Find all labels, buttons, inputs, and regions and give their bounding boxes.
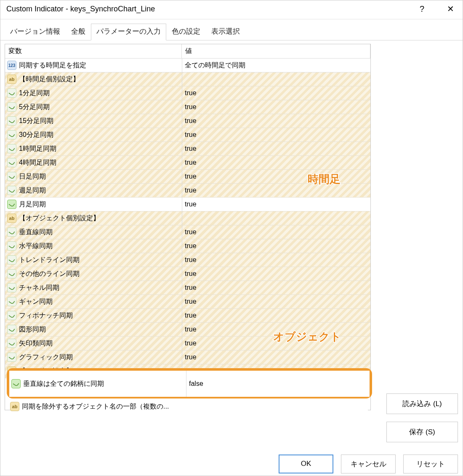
param-value[interactable]: true xyxy=(182,340,370,347)
table-row[interactable]: ギャン同期true xyxy=(5,295,370,309)
dialog-window: Custom Indicator - keys_SynchroChart_Lin… xyxy=(0,0,463,476)
grid-body[interactable]: 123同期する時間足を指定全ての時間足で同期ab【時間足個別設定】1分足同期tr… xyxy=(5,59,370,410)
table-row[interactable]: ab【時間足個別設定】 xyxy=(5,72,370,86)
param-label: フィボナッチ同期 xyxy=(19,311,73,320)
table-row[interactable]: 123同期する時間足を指定全ての時間足で同期 xyxy=(5,59,370,72)
side-buttons: 読み込み (L) 保存 (S) xyxy=(386,393,458,442)
table-row[interactable]: 15分足同期true xyxy=(5,114,370,128)
ok-button[interactable]: OK xyxy=(279,455,333,473)
tab-strip: バージョン情報 全般 パラメーターの入力 色の設定 表示選択 xyxy=(0,19,463,40)
param-value[interactable]: true xyxy=(182,89,370,97)
table-row[interactable]: 矢印類同期true xyxy=(5,337,370,350)
footer-buttons: OK キャンセル リセット xyxy=(279,455,458,473)
bool-icon xyxy=(7,158,16,167)
param-value[interactable]: false xyxy=(186,380,370,388)
param-label: 水平線同期 xyxy=(19,242,53,251)
table-row[interactable]: 日足同期true xyxy=(5,170,370,184)
param-label: 30分足同期 xyxy=(19,131,53,139)
table-row[interactable]: 4時間足同期true xyxy=(5,156,370,170)
param-value[interactable]: true xyxy=(182,326,370,333)
string-icon: ab xyxy=(10,402,19,411)
param-value[interactable]: true xyxy=(182,145,370,152)
table-row[interactable]: チャネル同期true xyxy=(5,281,370,295)
param-value[interactable]: 全ての時間足で同期 xyxy=(182,61,370,70)
param-label: 日足同期 xyxy=(19,172,46,181)
window-controls: ? ✕ xyxy=(416,3,458,15)
bool-icon xyxy=(7,241,16,251)
titlebar: Custom Indicator - keys_SynchroChart_Lin… xyxy=(0,0,463,19)
table-row[interactable]: 月足同期true xyxy=(5,198,370,211)
table-row[interactable]: 図形同期true xyxy=(5,323,370,337)
param-value[interactable]: true xyxy=(182,228,370,236)
bool-icon xyxy=(7,186,16,195)
bool-icon xyxy=(7,269,16,278)
table-row[interactable]: 1時間足同期true xyxy=(5,142,370,156)
param-value[interactable]: true xyxy=(182,159,370,166)
tab-version[interactable]: バージョン情報 xyxy=(5,24,66,40)
param-value[interactable]: true xyxy=(182,201,370,208)
table-row[interactable]: 5分足同期true xyxy=(5,100,370,114)
param-value[interactable]: true xyxy=(182,298,370,305)
param-label: 4時間足同期 xyxy=(19,158,56,167)
save-button[interactable]: 保存 (S) xyxy=(386,422,458,442)
bool-icon xyxy=(7,283,16,292)
param-label: 週足同期 xyxy=(19,186,46,195)
table-row[interactable]: グラフィック同期true xyxy=(5,350,370,364)
table-row[interactable]: 1分足同期true xyxy=(5,86,370,100)
tab-general[interactable]: 全般 xyxy=(66,24,91,40)
table-row[interactable]: ab【オブジェクト個別設定】 xyxy=(5,211,370,225)
param-value[interactable]: true xyxy=(182,270,370,278)
param-label: その他のライン同期 xyxy=(19,270,80,278)
param-label: 【時間足個別設定】 xyxy=(19,75,80,84)
table-row[interactable]: 垂直線同期true xyxy=(5,225,370,239)
bool-icon xyxy=(7,88,16,98)
window-title: Custom Indicator - keys_SynchroChart_Lin… xyxy=(6,5,155,13)
reset-button[interactable]: リセット xyxy=(403,455,458,473)
bool-icon xyxy=(7,172,16,181)
bool-icon xyxy=(7,116,16,126)
param-label: 垂直線同期 xyxy=(19,228,53,237)
cancel-button[interactable]: キャンセル xyxy=(341,455,396,473)
table-row[interactable]: 水平線同期true xyxy=(5,239,370,253)
string-icon: ab xyxy=(7,214,16,223)
bool-icon xyxy=(7,297,16,306)
param-label: グラフィック同期 xyxy=(19,353,73,362)
param-label: 同期する時間足を指定 xyxy=(19,61,86,70)
tab-inputs[interactable]: パラメーターの入力 xyxy=(91,24,166,40)
bool-icon xyxy=(7,227,16,237)
truncated-row[interactable]: ab 同期を除外するオブジェクト名の一部（複数の... xyxy=(10,400,368,413)
param-value[interactable]: true xyxy=(182,187,370,194)
tab-display[interactable]: 表示選択 xyxy=(206,24,245,40)
bool-icon xyxy=(7,130,16,139)
param-value[interactable]: true xyxy=(182,256,370,264)
grid-header: 変数 値 xyxy=(5,44,370,59)
param-value[interactable]: true xyxy=(182,284,370,291)
header-value[interactable]: 値 xyxy=(182,44,370,58)
load-button[interactable]: 読み込み (L) xyxy=(386,393,458,414)
bool-icon xyxy=(7,102,16,112)
param-value[interactable]: true xyxy=(182,242,370,250)
param-value[interactable]: true xyxy=(182,173,370,180)
param-value[interactable]: true xyxy=(182,353,370,361)
param-value[interactable]: true xyxy=(182,117,370,125)
bool-icon xyxy=(7,311,16,320)
table-row[interactable]: 週足同期true xyxy=(5,184,370,198)
param-value[interactable]: true xyxy=(182,103,370,111)
table-row[interactable]: その他のライン同期true xyxy=(5,267,370,281)
header-variable[interactable]: 変数 xyxy=(5,44,182,58)
highlighted-row[interactable]: 垂直線は全ての銘柄に同期 false xyxy=(9,371,370,397)
param-value[interactable]: true xyxy=(182,131,370,139)
table-row[interactable]: フィボナッチ同期true xyxy=(5,309,370,323)
table-row[interactable]: トレンドライン同期true xyxy=(5,253,370,267)
param-label: 1分足同期 xyxy=(19,89,50,98)
param-label: 同期を除外するオブジェクト名の一部（複数の... xyxy=(22,402,169,411)
table-row[interactable]: 30分足同期true xyxy=(5,128,370,142)
bool-icon xyxy=(7,353,16,362)
close-icon[interactable]: ✕ xyxy=(444,3,458,15)
tab-colors[interactable]: 色の設定 xyxy=(166,24,206,40)
param-value[interactable]: true xyxy=(182,312,370,319)
help-icon[interactable]: ? xyxy=(416,3,428,15)
parameter-grid: 変数 値 123同期する時間足を指定全ての時間足で同期ab【時間足個別設定】1分… xyxy=(5,44,371,410)
bool-icon xyxy=(7,325,16,334)
param-label: 15分足同期 xyxy=(19,117,53,126)
